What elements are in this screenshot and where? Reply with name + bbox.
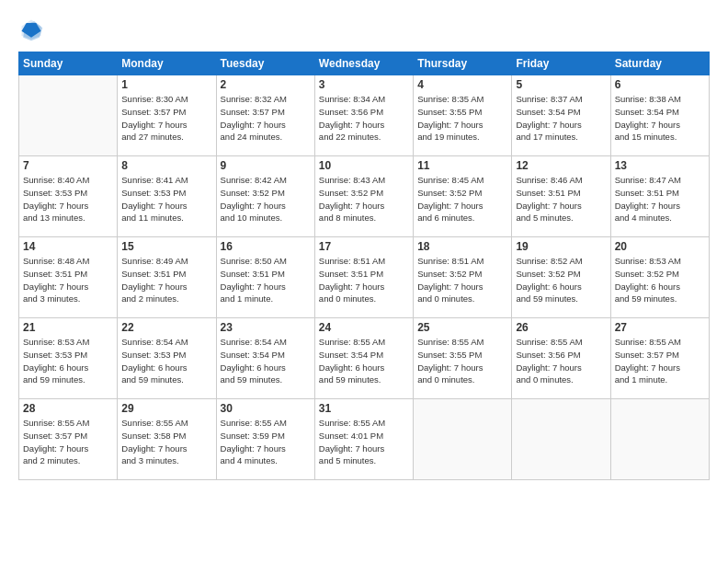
day-cell: [19, 75, 118, 156]
day-number: 20: [615, 240, 705, 253]
week-row-2: 7Sunrise: 8:40 AMSunset: 3:53 PMDaylight…: [19, 156, 710, 237]
day-cell: [512, 399, 610, 480]
day-number: 21: [23, 321, 113, 334]
day-info: Sunrise: 8:53 AMSunset: 3:53 PMDaylight:…: [23, 336, 113, 386]
day-info: Sunrise: 8:51 AMSunset: 3:52 PMDaylight:…: [417, 255, 507, 305]
day-info: Sunrise: 8:46 AMSunset: 3:51 PMDaylight:…: [516, 174, 606, 224]
day-info: Sunrise: 8:47 AMSunset: 3:51 PMDaylight:…: [615, 174, 705, 224]
day-info: Sunrise: 8:37 AMSunset: 3:54 PMDaylight:…: [516, 93, 606, 144]
day-info: Sunrise: 8:50 AMSunset: 3:51 PMDaylight:…: [221, 255, 311, 305]
col-header-saturday: Saturday: [610, 52, 709, 75]
day-cell: 26Sunrise: 8:55 AMSunset: 3:56 PMDayligh…: [512, 318, 610, 399]
day-number: 8: [121, 159, 211, 172]
day-info: Sunrise: 8:54 AMSunset: 3:53 PMDaylight:…: [121, 336, 211, 386]
col-header-friday: Friday: [512, 52, 610, 75]
day-number: 18: [417, 240, 507, 253]
week-row-5: 28Sunrise: 8:55 AMSunset: 3:57 PMDayligh…: [19, 399, 710, 480]
day-cell: 15Sunrise: 8:49 AMSunset: 3:51 PMDayligh…: [118, 237, 216, 318]
day-cell: 12Sunrise: 8:46 AMSunset: 3:51 PMDayligh…: [512, 156, 610, 237]
day-cell: 6Sunrise: 8:38 AMSunset: 3:54 PMDaylight…: [610, 75, 709, 156]
day-info: Sunrise: 8:55 AMSunset: 3:54 PMDaylight:…: [319, 336, 409, 386]
day-number: 1: [121, 78, 211, 91]
day-number: 22: [121, 321, 211, 334]
day-cell: 29Sunrise: 8:55 AMSunset: 3:58 PMDayligh…: [118, 399, 216, 480]
day-info: Sunrise: 8:35 AMSunset: 3:55 PMDaylight:…: [417, 93, 507, 144]
day-info: Sunrise: 8:38 AMSunset: 3:54 PMDaylight:…: [615, 93, 705, 144]
day-info: Sunrise: 8:32 AMSunset: 3:57 PMDaylight:…: [221, 93, 311, 144]
day-number: 28: [23, 402, 113, 415]
day-cell: 16Sunrise: 8:50 AMSunset: 3:51 PMDayligh…: [216, 237, 314, 318]
day-cell: 5Sunrise: 8:37 AMSunset: 3:54 PMDaylight…: [512, 75, 610, 156]
day-info: Sunrise: 8:45 AMSunset: 3:52 PMDaylight:…: [417, 174, 507, 224]
day-info: Sunrise: 8:55 AMSunset: 3:58 PMDaylight:…: [121, 417, 211, 467]
day-cell: [610, 399, 709, 480]
day-number: 7: [23, 159, 113, 172]
calendar-header-row: SundayMondayTuesdayWednesdayThursdayFrid…: [19, 52, 710, 75]
day-cell: 1Sunrise: 8:30 AMSunset: 3:57 PMDaylight…: [118, 75, 216, 156]
day-number: 23: [221, 321, 311, 334]
logo: [18, 17, 48, 42]
day-info: Sunrise: 8:52 AMSunset: 3:52 PMDaylight:…: [516, 255, 606, 305]
day-cell: 20Sunrise: 8:53 AMSunset: 3:52 PMDayligh…: [610, 237, 709, 318]
day-info: Sunrise: 8:42 AMSunset: 3:52 PMDaylight:…: [221, 174, 311, 224]
week-row-3: 14Sunrise: 8:48 AMSunset: 3:51 PMDayligh…: [19, 237, 710, 318]
day-info: Sunrise: 8:49 AMSunset: 3:51 PMDaylight:…: [121, 255, 211, 305]
day-cell: 11Sunrise: 8:45 AMSunset: 3:52 PMDayligh…: [414, 156, 512, 237]
day-cell: 28Sunrise: 8:55 AMSunset: 3:57 PMDayligh…: [19, 399, 118, 480]
day-number: 15: [121, 240, 211, 253]
day-cell: 2Sunrise: 8:32 AMSunset: 3:57 PMDaylight…: [216, 75, 314, 156]
day-number: 17: [319, 240, 409, 253]
day-cell: 31Sunrise: 8:55 AMSunset: 4:01 PMDayligh…: [314, 399, 413, 480]
day-number: 27: [615, 321, 705, 334]
day-info: Sunrise: 8:55 AMSunset: 3:56 PMDaylight:…: [516, 336, 606, 386]
day-info: Sunrise: 8:54 AMSunset: 3:54 PMDaylight:…: [221, 336, 311, 386]
day-info: Sunrise: 8:40 AMSunset: 3:53 PMDaylight:…: [23, 174, 113, 224]
logo-icon: [18, 17, 44, 42]
day-cell: 4Sunrise: 8:35 AMSunset: 3:55 PMDaylight…: [414, 75, 512, 156]
day-number: 19: [516, 240, 606, 253]
day-cell: 3Sunrise: 8:34 AMSunset: 3:56 PMDaylight…: [314, 75, 413, 156]
day-number: 16: [221, 240, 311, 253]
page: SundayMondayTuesdayWednesdayThursdayFrid…: [0, 0, 728, 563]
day-cell: 27Sunrise: 8:55 AMSunset: 3:57 PMDayligh…: [610, 318, 709, 399]
day-number: 2: [221, 78, 311, 91]
day-number: 5: [516, 78, 606, 91]
day-info: Sunrise: 8:43 AMSunset: 3:52 PMDaylight:…: [319, 174, 409, 224]
col-header-tuesday: Tuesday: [216, 52, 314, 75]
day-number: 12: [516, 159, 606, 172]
day-cell: 22Sunrise: 8:54 AMSunset: 3:53 PMDayligh…: [118, 318, 216, 399]
day-info: Sunrise: 8:53 AMSunset: 3:52 PMDaylight:…: [615, 255, 705, 305]
day-info: Sunrise: 8:34 AMSunset: 3:56 PMDaylight:…: [319, 93, 409, 144]
day-cell: 25Sunrise: 8:55 AMSunset: 3:55 PMDayligh…: [414, 318, 512, 399]
col-header-monday: Monday: [118, 52, 216, 75]
day-info: Sunrise: 8:48 AMSunset: 3:51 PMDaylight:…: [23, 255, 113, 305]
day-cell: 18Sunrise: 8:51 AMSunset: 3:52 PMDayligh…: [414, 237, 512, 318]
day-cell: 13Sunrise: 8:47 AMSunset: 3:51 PMDayligh…: [610, 156, 709, 237]
day-info: Sunrise: 8:30 AMSunset: 3:57 PMDaylight:…: [121, 93, 211, 144]
day-number: 4: [417, 78, 507, 91]
week-row-4: 21Sunrise: 8:53 AMSunset: 3:53 PMDayligh…: [19, 318, 710, 399]
day-cell: 21Sunrise: 8:53 AMSunset: 3:53 PMDayligh…: [19, 318, 118, 399]
day-number: 29: [121, 402, 211, 415]
day-cell: [414, 399, 512, 480]
day-info: Sunrise: 8:55 AMSunset: 3:55 PMDaylight:…: [417, 336, 507, 386]
day-number: 9: [221, 159, 311, 172]
col-header-sunday: Sunday: [19, 52, 118, 75]
day-cell: 24Sunrise: 8:55 AMSunset: 3:54 PMDayligh…: [314, 318, 413, 399]
day-number: 30: [221, 402, 311, 415]
day-cell: 23Sunrise: 8:54 AMSunset: 3:54 PMDayligh…: [216, 318, 314, 399]
day-info: Sunrise: 8:55 AMSunset: 3:57 PMDaylight:…: [23, 417, 113, 467]
day-number: 13: [615, 159, 705, 172]
day-info: Sunrise: 8:55 AMSunset: 3:57 PMDaylight:…: [615, 336, 705, 386]
header: [18, 17, 710, 42]
day-number: 26: [516, 321, 606, 334]
day-info: Sunrise: 8:55 AMSunset: 4:01 PMDaylight:…: [319, 417, 409, 467]
day-cell: 7Sunrise: 8:40 AMSunset: 3:53 PMDaylight…: [19, 156, 118, 237]
day-number: 11: [417, 159, 507, 172]
day-cell: 30Sunrise: 8:55 AMSunset: 3:59 PMDayligh…: [216, 399, 314, 480]
col-header-thursday: Thursday: [414, 52, 512, 75]
col-header-wednesday: Wednesday: [314, 52, 413, 75]
day-cell: 9Sunrise: 8:42 AMSunset: 3:52 PMDaylight…: [216, 156, 314, 237]
day-number: 31: [319, 402, 409, 415]
day-number: 10: [319, 159, 409, 172]
